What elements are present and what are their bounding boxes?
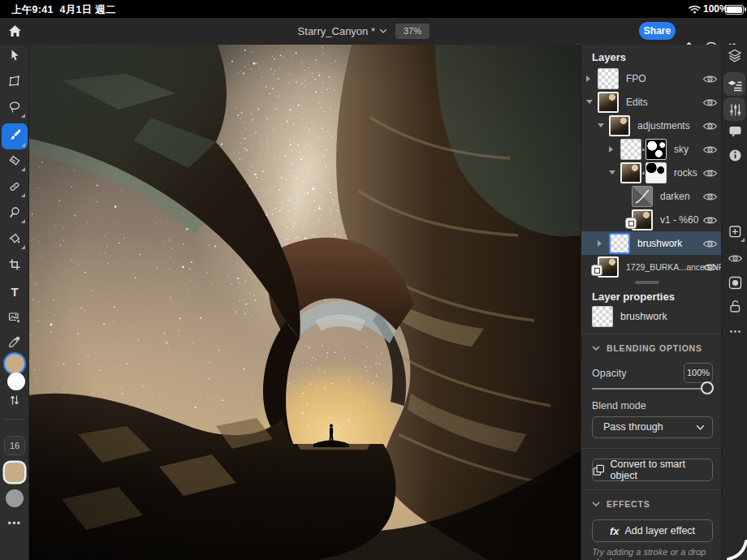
wifi-icon — [689, 5, 701, 14]
layer-visibility-toggle[interactable] — [702, 238, 718, 249]
canvas-area[interactable] — [29, 45, 581, 560]
layer-disclosure-arrow[interactable] — [609, 170, 615, 174]
layer-disclosure-arrow[interactable] — [598, 123, 604, 127]
more-button[interactable] — [725, 323, 745, 342]
layer-visibility-toggle[interactable] — [702, 214, 718, 226]
layer-visibility-toggle[interactable] — [702, 167, 718, 179]
background-color-swatch[interactable] — [7, 373, 25, 390]
blending-options-header[interactable]: BLENDING OPTIONS — [592, 343, 702, 353]
transform-tool-icon — [8, 75, 21, 91]
layer-row[interactable]: Edits — [581, 90, 722, 114]
convert-smart-object-button[interactable]: Convert to smart object — [592, 459, 713, 481]
battery-icon — [725, 5, 744, 15]
transform-tool[interactable] — [2, 71, 28, 94]
swap-colors-icon[interactable] — [8, 394, 21, 407]
subtool-indicator — [21, 143, 25, 147]
brush-tool[interactable] — [2, 123, 28, 149]
info-panel-button[interactable] — [725, 147, 745, 166]
layer-thumbnail[interactable] — [609, 233, 630, 254]
layer-row[interactable]: 1729_BURKA...anced-NR33 — [581, 255, 722, 278]
brush-color-swatch[interactable] — [5, 463, 24, 482]
zoom-level-badge[interactable]: 37% — [395, 24, 430, 39]
layer-properties-title: Layer properties — [592, 291, 675, 303]
layer-name: darken — [660, 191, 690, 202]
layer-row[interactable]: adjustments — [581, 114, 722, 137]
move-tool[interactable] — [2, 45, 28, 68]
type-tool[interactable]: T — [2, 281, 28, 304]
add-layer-effect-button[interactable]: fx Add layer effect — [592, 519, 713, 542]
eyedropper-tool-icon — [8, 335, 21, 351]
layer-thumbnail[interactable] — [620, 139, 641, 160]
comment-panel-button[interactable] — [725, 123, 745, 143]
layer-disclosure-arrow[interactable] — [586, 100, 593, 104]
subtool-indicator — [21, 193, 25, 197]
clone-stamp-tool[interactable] — [2, 203, 28, 226]
home-icon — [8, 24, 22, 37]
layer-disclosure-arrow[interactable] — [609, 146, 613, 153]
comment-icon — [728, 125, 742, 141]
brush-size-badge[interactable]: 16 — [4, 436, 25, 455]
brush-preview-circle[interactable] — [6, 489, 24, 507]
layer-row[interactable]: v1 - %60 — [581, 208, 722, 231]
layer-thumbnail[interactable] — [598, 92, 619, 113]
effects-hint-text: Try adding a stroke or a drop shadow. — [592, 547, 715, 560]
eyedropper-tool[interactable] — [2, 332, 28, 355]
layer-visibility-toggle[interactable] — [702, 191, 718, 202]
opacity-slider-knob[interactable] — [701, 381, 714, 394]
mask-button[interactable] — [725, 274, 745, 294]
panel-drag-handle[interactable] — [635, 281, 659, 284]
type-tool-icon: T — [11, 285, 18, 299]
blend-mode-dropdown[interactable]: Pass through — [592, 416, 713, 438]
app-header: Starry_Canyon * 37% Share — [0, 18, 747, 45]
layer-name: brushwork — [637, 238, 682, 249]
toolbar-more-button[interactable]: ••• — [0, 518, 29, 529]
layer-detail-panel-button[interactable] — [725, 77, 745, 97]
healing-tool-icon — [8, 180, 21, 196]
share-button[interactable]: Share — [639, 22, 676, 40]
layer-disclosure-arrow[interactable] — [598, 240, 602, 247]
add-layer-button[interactable] — [725, 223, 745, 243]
layer-mask-thumbnail[interactable] — [646, 139, 667, 160]
layer-row[interactable]: FPO — [581, 67, 722, 90]
layer-row[interactable]: rocks — [581, 161, 722, 184]
clone-stamp-tool-icon — [8, 206, 21, 222]
crop-tool[interactable] — [2, 255, 28, 278]
effects-header[interactable]: EFFECTS — [592, 499, 650, 509]
layer-disclosure-arrow[interactable] — [586, 75, 590, 82]
status-time: 上午9:41 — [11, 4, 54, 15]
smart-object-icon — [593, 464, 605, 476]
layer-thumbnail[interactable] — [632, 186, 653, 207]
layer-visibility-toggle[interactable] — [702, 120, 718, 131]
layer-visibility-toggle[interactable] — [702, 97, 718, 108]
foreground-color-swatch[interactable] — [5, 354, 24, 373]
lock-button[interactable] — [725, 298, 745, 317]
layer-row[interactable]: brushwork — [581, 231, 722, 255]
document-title[interactable]: Starry_Canyon * — [276, 25, 375, 37]
divider — [581, 334, 722, 334]
canvas-image[interactable] — [29, 45, 581, 560]
layer-mask-thumbnail[interactable] — [646, 162, 667, 183]
layer-name: 1729_BURKA...anced-NR33 — [626, 262, 734, 272]
layer-visibility-toggle[interactable] — [702, 144, 718, 155]
layer-thumbnail[interactable] — [609, 115, 630, 136]
opacity-value-field[interactable]: 100% — [684, 363, 713, 383]
layer-visibility-toggle[interactable] — [702, 261, 718, 273]
left-toolbar: 16 ••• T — [0, 45, 29, 560]
layer-thumbnail[interactable] — [620, 162, 641, 183]
layers-panel-button[interactable] — [725, 47, 745, 67]
home-button[interactable] — [5, 21, 24, 41]
healing-tool[interactable] — [2, 177, 28, 200]
place-image-tool[interactable] — [2, 308, 28, 330]
layer-visibility-toggle[interactable] — [702, 73, 718, 84]
move-tool-icon — [8, 49, 21, 65]
layer-row[interactable]: darken — [581, 184, 722, 208]
adjustments-panel-button[interactable] — [725, 101, 745, 121]
opacity-slider-track[interactable] — [592, 388, 709, 390]
layer-thumbnail[interactable] — [598, 68, 619, 89]
visibility-button[interactable] — [725, 250, 745, 269]
layers-panel-title: Layers — [592, 51, 626, 63]
layer-row[interactable]: sky — [581, 137, 722, 161]
fill-tool[interactable] — [2, 229, 28, 252]
eraser-tool[interactable] — [2, 151, 28, 174]
lasso-tool[interactable] — [2, 97, 28, 120]
